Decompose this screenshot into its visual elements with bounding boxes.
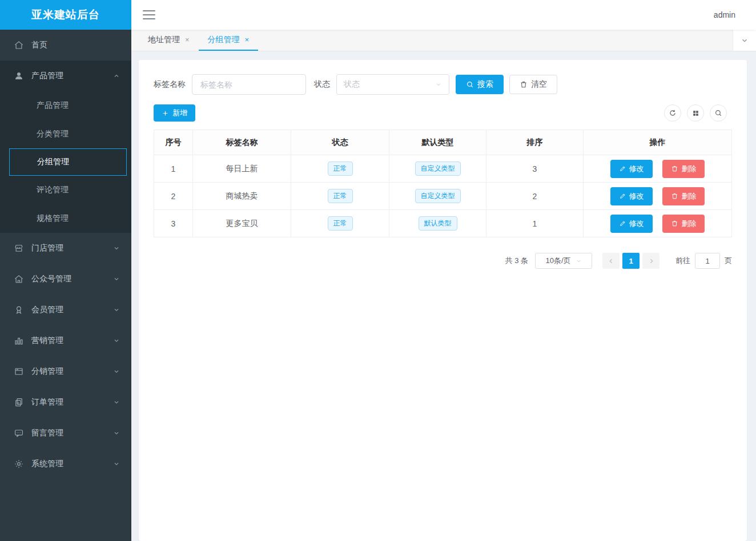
sidebar-item-marketing[interactable]: 营销管理 [0,325,131,356]
top-bar: admin [131,0,756,30]
table-row: 1 每日上新 正常 自定义类型 3 修改 删除 [154,155,732,183]
sidebar-item-home[interactable]: 首页 [0,30,131,60]
page-size-select[interactable]: 10条/页 [535,253,592,269]
trash-icon [671,192,678,200]
table-tools [664,104,727,122]
tab-bar: 地址管理 × 分组管理 × [131,30,756,51]
message-icon [14,428,24,438]
edit-button-label: 修改 [629,219,644,229]
column-header-index: 序号 [154,130,193,155]
column-header-status: 状态 [291,130,389,155]
sidebar-item-label: 订单管理 [31,397,63,407]
goto-page-input[interactable] [695,253,720,269]
trash-icon [671,165,678,172]
tab-group-management[interactable]: 分组管理 × [199,30,259,51]
pencil-icon [619,192,626,200]
close-icon[interactable]: × [185,35,190,44]
sidebar-subitem-spec[interactable]: 规格管理 [0,204,131,233]
sidebar-group-products: 产品管理 产品管理 分类管理 分组管理 评论管理 规格管理 [0,60,131,233]
cell-index: 2 [154,183,193,210]
sidebar-subitem-group[interactable]: 分组管理 [9,148,127,176]
chevron-down-icon [435,81,442,88]
edit-button[interactable]: 修改 [610,187,653,205]
current-page[interactable]: 1 [622,253,640,269]
app-logo: 亚米建站后台 [0,0,131,30]
search-button-label: 搜索 [477,79,493,90]
cell-name: 商城热卖 [193,183,291,210]
delete-button[interactable]: 删除 [662,215,705,233]
hamburger-menu-icon[interactable] [143,10,155,19]
user-icon [14,71,24,81]
sidebar-item-product-management[interactable]: 产品管理 [0,60,131,91]
cell-sort: 1 [486,210,584,237]
cell-index: 1 [154,155,193,183]
chevron-up-icon [113,72,120,79]
delete-button-label: 删除 [681,191,696,201]
official-account-icon [14,274,24,284]
pencil-icon [619,165,626,172]
shop-icon [14,243,24,253]
chevron-left-icon [608,257,615,265]
column-header-name: 标签名称 [193,130,291,155]
card-icon [14,366,24,377]
status-label: 状态 [314,79,330,90]
sidebar-item-official-account[interactable]: 公众号管理 [0,264,131,294]
chevron-down-icon [113,461,120,467]
column-header-sort: 排序 [486,130,584,155]
close-icon[interactable]: × [245,35,250,44]
cell-sort: 2 [486,183,584,210]
type-badge: 自定义类型 [415,189,461,203]
sidebar-item-system[interactable]: 系统管理 [0,449,131,479]
sidebar-subitem-comment[interactable]: 评论管理 [0,176,131,204]
chevron-down-icon [113,245,120,252]
edit-button[interactable]: 修改 [610,160,653,178]
tag-name-input[interactable] [192,74,306,95]
status-select[interactable]: 状态 [336,74,449,95]
prev-page-button[interactable] [602,253,620,269]
next-page-button[interactable] [642,253,660,269]
table-row: 3 更多宝贝 正常 默认类型 1 修改 删除 [154,210,732,237]
sidebar-subitem-category[interactable]: 分类管理 [0,120,131,148]
table-search-button[interactable] [710,104,727,122]
chevron-down-icon [113,276,120,282]
toolbar-row: 新增 [154,104,732,122]
sidebar-item-store[interactable]: 门店管理 [0,233,131,264]
add-button[interactable]: 新增 [154,104,195,122]
clear-button[interactable]: 清空 [509,75,557,94]
goto-unit-label: 页 [725,256,732,266]
tab-dropdown-button[interactable] [733,30,756,51]
sidebar-item-label: 会员管理 [31,305,63,315]
chevron-down-icon [113,337,120,344]
sidebar-subitem-product[interactable]: 产品管理 [0,91,131,120]
tab-address-management[interactable]: 地址管理 × [139,30,199,51]
delete-button-label: 删除 [681,219,696,229]
table-row: 2 商城热卖 正常 自定义类型 2 修改 删除 [154,183,732,210]
content-card: 标签名称 状态 状态 搜索 [139,60,747,541]
edit-button[interactable]: 修改 [610,215,653,233]
type-badge: 自定义类型 [415,162,461,176]
sidebar-item-members[interactable]: 会员管理 [0,294,131,325]
sidebar-item-distribution[interactable]: 分销管理 [0,356,131,387]
sidebar: 亚米建站后台 首页 产品管理 产品管理 分类管理 分组管理 评论管理 规格管理 [0,0,131,541]
gear-icon [14,459,24,469]
refresh-icon [669,109,677,117]
user-menu[interactable]: admin [714,10,735,19]
grid-icon [692,110,699,117]
tag-name-label: 标签名称 [154,79,186,90]
column-header-actions: 操作 [584,130,732,155]
delete-button[interactable]: 删除 [662,187,705,205]
clear-button-label: 清空 [531,79,547,90]
status-badge: 正常 [328,216,353,231]
refresh-button[interactable] [664,104,681,122]
chevron-down-icon [741,37,749,45]
sidebar-item-messages[interactable]: 留言管理 [0,418,131,449]
column-header-type: 默认类型 [389,130,486,155]
cell-name: 每日上新 [193,155,291,183]
chevron-down-icon [576,258,582,264]
delete-button[interactable]: 删除 [662,160,705,178]
columns-button[interactable] [687,104,704,122]
chevron-right-icon [648,257,655,265]
sidebar-item-orders[interactable]: 订单管理 [0,387,131,418]
search-button[interactable]: 搜索 [456,75,504,94]
sidebar-item-label: 营销管理 [31,336,63,346]
